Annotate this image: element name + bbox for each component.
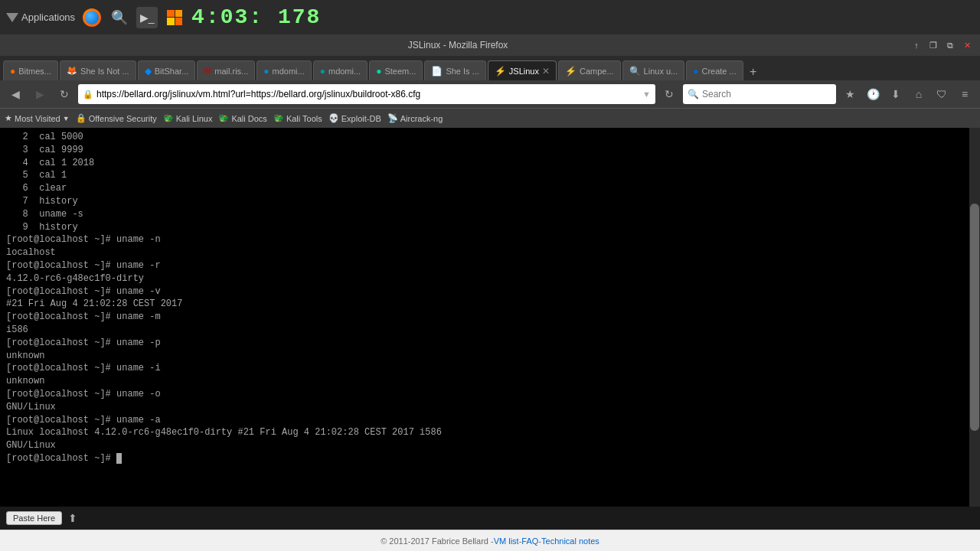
filemanager-taskbar-icon[interactable]: [164, 7, 185, 28]
tab-campe[interactable]: ⚡ Campe...: [558, 60, 621, 80]
content-area: 2 cal 5000 3 cal 9999 4 cal 1 2018 5 cal…: [0, 128, 980, 507]
search-bar[interactable]: 🔍: [683, 84, 836, 104]
bookmarks-bar: ★ Most Visited ▼ 🔒 Offensive Security 🐲 …: [0, 108, 980, 128]
tab-favicon: ●: [693, 66, 698, 77]
tab-mail-ris[interactable]: ✉ mail.ris...: [197, 60, 255, 80]
terminal-line: #21 Fri Aug 4 21:02:28 CEST 2017: [6, 298, 963, 311]
url-input[interactable]: [96, 89, 639, 99]
scroll-thumb[interactable]: [970, 204, 979, 431]
terminal-line: [root@localhost ~]# uname -o: [6, 388, 963, 401]
url-bar[interactable]: 🔒 ▼: [78, 84, 655, 104]
nav-bar: ◀ ▶ ↻ 🔒 ▼ ↻ 🔍 ★ 🕐 ⬇ ⌂ 🛡 ≡: [0, 80, 980, 108]
apps-menu[interactable]: Applications: [6, 11, 75, 23]
clock: 4:03: 178: [191, 5, 321, 29]
terminal-line: unknown: [6, 350, 963, 363]
addon-btn[interactable]: 🛡: [931, 83, 952, 105]
tab-label: JSLinux: [509, 67, 539, 76]
bookmark-kali-tools[interactable]: 🐲 Kali Tools: [273, 113, 322, 123]
terminal[interactable]: 2 cal 5000 3 cal 9999 4 cal 1 2018 5 cal…: [0, 128, 969, 507]
bookmark-label: Kali Docs: [231, 114, 266, 123]
maximize-btn[interactable]: ❐: [926, 38, 940, 52]
footer-link-faq[interactable]: FAQ: [521, 536, 538, 546]
tab-label: She Is ...: [446, 67, 479, 76]
bookmark-icon: 🐲: [273, 113, 284, 123]
tab-linux-u[interactable]: 🔍 Linux u...: [622, 60, 685, 80]
bookmark-most-visited[interactable]: ★ Most Visited ▼: [5, 113, 70, 123]
restore-btn[interactable]: ⧉: [943, 38, 957, 52]
firefox-window-title: JSLinux - Mozilla Firefox: [6, 40, 910, 51]
footer: © 2011-2017 Fabrice Bellard - VM list - …: [0, 530, 980, 551]
tab-mdomi1[interactable]: ● mdomi...: [256, 60, 311, 80]
terminal-line: localhost: [6, 246, 963, 259]
tab-label: Campe...: [580, 67, 614, 76]
bookmark-icon: ★: [5, 113, 12, 123]
tab-favicon: ●: [263, 66, 269, 77]
apps-label: Applications: [21, 11, 75, 23]
terminal-line: [root@localhost ~]# uname -n: [6, 233, 963, 246]
paste-here-button[interactable]: Paste Here: [6, 511, 62, 525]
bookmark-icon: 💀: [328, 113, 339, 123]
firefox-taskbar-icon[interactable]: [81, 7, 103, 28]
footer-link-technical[interactable]: Technical notes: [541, 536, 599, 546]
terminal-taskbar-icon[interactable]: ▶_: [136, 7, 158, 28]
terminal-line: 3 cal 9999: [6, 144, 963, 157]
tab-label: mail.ris...: [214, 67, 248, 76]
bookmark-exploit-db[interactable]: 💀 Exploit-DB: [328, 113, 381, 123]
terminal-line: Linux localhost 4.12.0-rc6-g48ec1f0-dirt…: [6, 426, 963, 439]
menu-btn[interactable]: ≡: [954, 83, 975, 105]
tab-mdomi2[interactable]: ● mdomi...: [313, 60, 368, 80]
new-tab-button[interactable]: +: [745, 64, 762, 80]
tab-jslinux[interactable]: ⚡ JSLinux ✕: [488, 60, 557, 80]
scrollbar[interactable]: [969, 128, 980, 507]
bookmark-label: Most Visited: [15, 114, 60, 123]
tab-bitshar[interactable]: ◆ BitShar...: [138, 60, 196, 80]
home-btn[interactable]: ⌂: [908, 83, 929, 105]
forward-button[interactable]: ▶: [29, 83, 51, 105]
bottom-bar: Paste Here ⬆: [0, 507, 980, 530]
footer-link-vmlist[interactable]: VM list: [494, 536, 519, 546]
download-btn[interactable]: ⬇: [885, 83, 906, 105]
tab-label: She Is Not ...: [80, 67, 129, 76]
tab-close-icon[interactable]: ✕: [542, 66, 550, 77]
tab-label: Linux u...: [644, 67, 678, 76]
history-btn[interactable]: 🕐: [862, 83, 884, 105]
tab-steem[interactable]: ● Steem...: [369, 60, 423, 80]
bookmark-icon: 🐲: [218, 113, 229, 123]
terminal-line: 5 cal 1: [6, 169, 963, 182]
tab-favicon: ●: [10, 66, 15, 77]
search-icon: 🔍: [688, 89, 699, 99]
terminal-line: [root@localhost ~]# uname -a: [6, 414, 963, 427]
bookmark-star-btn[interactable]: ★: [839, 83, 861, 105]
bookmark-aircrack[interactable]: 📡 Aircrack-ng: [387, 113, 443, 123]
tab-favicon: ●: [376, 66, 381, 77]
search-input[interactable]: [702, 89, 831, 99]
tab-she-is[interactable]: 📄 She Is ...: [424, 60, 485, 80]
bookmark-offensive-security[interactable]: 🔒 Offensive Security: [76, 113, 157, 123]
tab-bitmessage[interactable]: ● Bitmes...: [3, 60, 58, 80]
window-controls: ↑ ❐ ⧉ ✕: [910, 38, 974, 52]
firefox-titlebar: JSLinux - Mozilla Firefox ↑ ❐ ⧉ ✕: [0, 34, 980, 56]
terminal-cursor: [116, 453, 122, 464]
terminal-line: i586: [6, 324, 963, 337]
bookmark-label: Aircrack-ng: [400, 114, 443, 123]
bookmark-kali-linux[interactable]: 🐲 Kali Linux: [163, 113, 213, 123]
tab-create[interactable]: ● Create ...: [686, 60, 743, 80]
magnifier-taskbar-icon[interactable]: 🔍: [109, 7, 130, 28]
terminal-line: 9 history: [6, 221, 963, 234]
minimize-btn[interactable]: ↑: [910, 38, 923, 52]
terminal-line: [root@localhost ~]#: [6, 452, 963, 465]
terminal-line: [root@localhost ~]# uname -i: [6, 362, 963, 375]
footer-copyright: © 2011-2017 Fabrice Bellard -: [381, 536, 494, 546]
terminal-line: 6 clear: [6, 182, 963, 195]
tab-favicon: ✉: [204, 66, 211, 77]
upload-button[interactable]: ⬆: [68, 512, 77, 524]
terminal-line: 4.12.0-rc6-g48ec1f0-dirty: [6, 272, 963, 285]
bookmark-kali-docs[interactable]: 🐲 Kali Docs: [218, 113, 266, 123]
close-btn[interactable]: ✕: [960, 38, 974, 52]
back-button[interactable]: ◀: [5, 83, 26, 105]
reload-btn[interactable]: ↻: [658, 83, 680, 105]
bookmark-label: Exploit-DB: [341, 114, 381, 123]
tab-she-is-not[interactable]: 🦊 She Is Not ...: [60, 60, 136, 80]
terminal-line: 2 cal 5000: [6, 131, 963, 144]
refresh-button[interactable]: ↻: [54, 83, 75, 105]
